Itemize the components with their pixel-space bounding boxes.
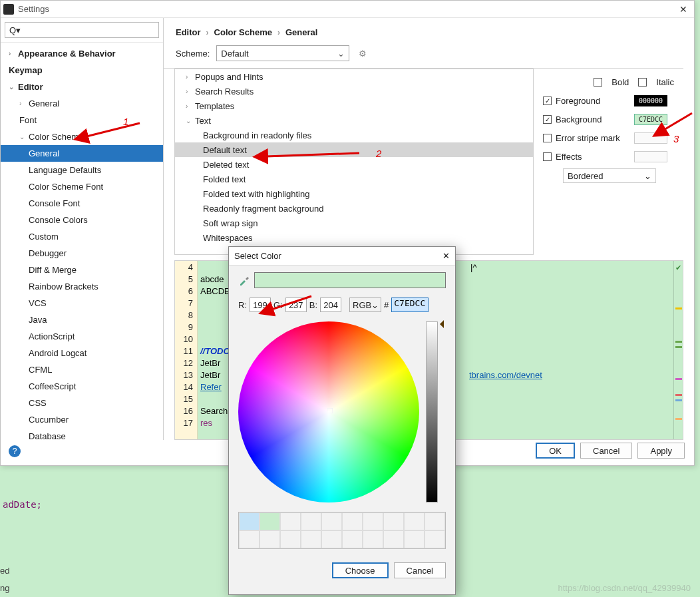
effects-swatch[interactable] xyxy=(634,151,667,162)
category-row[interactable]: Deleted text xyxy=(175,157,533,172)
choose-button[interactable]: Choose xyxy=(332,562,389,578)
close-icon[interactable]: ✕ xyxy=(675,4,691,15)
tree-node[interactable]: General xyxy=(1,145,163,162)
background-swatch[interactable]: C7EDCC xyxy=(634,114,667,125)
slider-handle[interactable] xyxy=(436,320,444,328)
picker-title: Select Color xyxy=(234,251,281,261)
tree-node[interactable]: Keymap xyxy=(1,62,163,79)
line-number: 14 xyxy=(175,382,193,394)
category-row[interactable]: Default text xyxy=(175,142,533,157)
tree-node[interactable]: VCS xyxy=(1,295,163,311)
tree-node[interactable]: ›General xyxy=(1,95,163,112)
chevron-icon: › xyxy=(186,102,194,110)
category-row[interactable]: Folded text with highlighting xyxy=(175,186,533,201)
annotation-2: 2 xyxy=(376,148,381,159)
foreground-checkbox[interactable]: ✓ xyxy=(543,97,552,105)
crumb-editor[interactable]: Editor xyxy=(176,27,201,37)
eyedropper-icon[interactable] xyxy=(238,274,250,286)
foreground-swatch[interactable]: 000000 xyxy=(634,95,667,106)
tree-node[interactable]: Custom xyxy=(1,228,163,245)
ok-button[interactable]: OK xyxy=(536,443,575,459)
scheme-select[interactable]: Default⌄ xyxy=(216,45,349,61)
hex-input[interactable]: C7EDCC xyxy=(391,298,429,312)
tree-node[interactable]: ›Appearance & Behavior xyxy=(1,45,163,62)
search-input[interactable]: Q▾ xyxy=(5,22,159,38)
tree-node[interactable]: Color Scheme Font xyxy=(1,178,163,195)
error-stripe-checkbox[interactable] xyxy=(543,134,552,142)
category-row[interactable]: Whitespaces xyxy=(175,230,533,245)
annotation-3: 3 xyxy=(673,133,679,144)
window-title: Settings xyxy=(18,4,49,14)
chevron-icon: › xyxy=(9,50,17,57)
color-preview-swatch xyxy=(254,272,446,288)
gutter: 4567891011121314151617 xyxy=(175,261,198,439)
tree-node[interactable]: ⌄Editor xyxy=(1,79,163,95)
g-input[interactable] xyxy=(285,298,307,312)
category-row[interactable]: ›Templates xyxy=(175,99,533,113)
close-icon[interactable]: ✕ xyxy=(442,251,450,261)
tree-node[interactable]: Database xyxy=(1,428,163,441)
tree-node[interactable]: CoffeeScript xyxy=(1,378,163,395)
tree-node[interactable]: CFML xyxy=(1,361,163,378)
crumb-general[interactable]: General xyxy=(285,27,317,37)
line-number: 8 xyxy=(175,310,193,322)
link-text[interactable]: tbrains.com/devnet xyxy=(469,370,542,380)
category-row[interactable]: ⌄Text xyxy=(175,113,533,128)
tree-node[interactable]: ⌄Color Scheme xyxy=(1,128,163,145)
cancel-button[interactable]: Cancel xyxy=(580,443,632,459)
line-number: 12 xyxy=(175,358,193,370)
chevron-icon: ⌄ xyxy=(9,83,17,91)
category-row[interactable]: Readonly fragment background xyxy=(175,201,533,216)
color-mode-select[interactable]: RGB⌄ xyxy=(349,298,381,312)
tree-node[interactable]: Diff & Merge xyxy=(1,262,163,278)
tree-node[interactable]: Cucumber xyxy=(1,411,163,428)
chevron-down-icon: ⌄ xyxy=(337,49,345,59)
picker-cancel-button[interactable]: Cancel xyxy=(394,562,446,578)
bg-text-1: ed xyxy=(0,566,9,576)
tree-node[interactable]: Android Logcat xyxy=(1,345,163,361)
wheel-cursor[interactable] xyxy=(327,408,333,413)
color-wheel[interactable] xyxy=(238,321,419,502)
chevron-right-icon: › xyxy=(277,28,280,37)
tree-node[interactable]: Console Font xyxy=(1,195,163,212)
background-checkbox[interactable]: ✓ xyxy=(543,115,552,124)
error-stripe-swatch[interactable] xyxy=(634,132,667,144)
category-row[interactable]: Background in readonly files xyxy=(175,128,533,142)
apply-button[interactable]: Apply xyxy=(637,443,685,459)
effects-type-select[interactable]: Bordered⌄ xyxy=(563,168,656,183)
category-row[interactable]: ›Search Results xyxy=(175,84,533,99)
error-stripe[interactable]: ✔ xyxy=(673,261,683,439)
brightness-slider[interactable] xyxy=(426,321,438,502)
color-palette[interactable] xyxy=(238,512,446,549)
chevron-icon: › xyxy=(186,88,194,95)
tree-node[interactable]: Java xyxy=(1,311,163,328)
category-tree: ›Popups and Hints›Search Results›Templat… xyxy=(174,69,534,255)
category-row[interactable]: Folded text xyxy=(175,172,533,186)
bg-code-line: adDate; xyxy=(3,499,42,510)
crumb-color-scheme[interactable]: Color Scheme xyxy=(214,27,272,37)
dialog-buttons: OK Cancel Apply xyxy=(536,443,685,459)
tree-node[interactable]: Font xyxy=(1,112,163,128)
category-row[interactable]: ›Popups and Hints xyxy=(175,69,533,84)
help-icon[interactable]: ? xyxy=(9,445,21,457)
italic-checkbox[interactable] xyxy=(638,78,647,87)
tree-node[interactable]: CSS xyxy=(1,395,163,411)
chevron-icon: ⌄ xyxy=(19,133,27,140)
line-number: 17 xyxy=(175,418,193,430)
r-input[interactable] xyxy=(250,298,271,312)
line-number: 5 xyxy=(175,274,193,286)
b-input[interactable] xyxy=(320,298,341,312)
effects-checkbox[interactable] xyxy=(543,152,552,161)
tree-node[interactable]: Debugger xyxy=(1,245,163,262)
bold-checkbox[interactable] xyxy=(594,78,602,87)
line-number: 9 xyxy=(175,322,193,334)
tree-node[interactable]: Console Colors xyxy=(1,212,163,228)
tree-node[interactable]: Language Defaults xyxy=(1,162,163,178)
settings-tree: ›Appearance & BehaviorKeymap⌄Editor›Gene… xyxy=(1,43,163,441)
gear-icon[interactable]: ⚙ xyxy=(356,47,369,60)
tree-node[interactable]: Rainbow Brackets xyxy=(1,278,163,295)
properties-panel: Bold Italic ✓Foreground 000000 ✓Backgrou… xyxy=(534,69,683,255)
tree-node[interactable]: ActionScript xyxy=(1,328,163,345)
category-row[interactable]: Soft wrap sign xyxy=(175,216,533,230)
line-number: 4 xyxy=(175,262,193,274)
